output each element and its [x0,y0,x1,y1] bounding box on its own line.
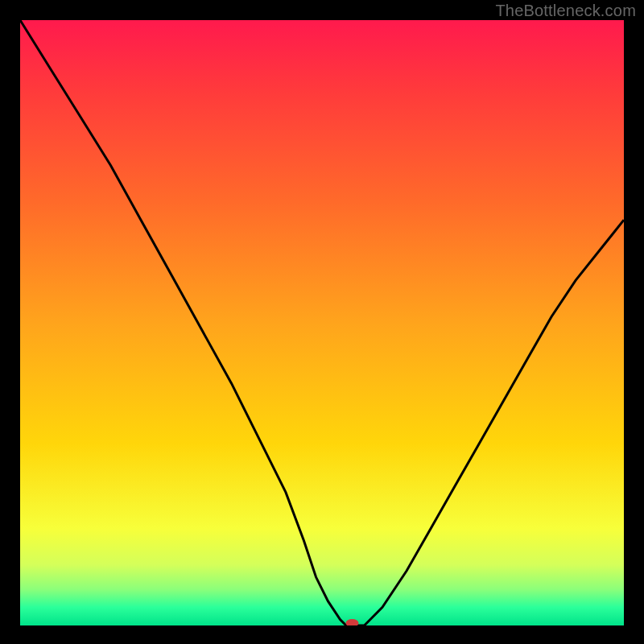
plot-area [20,20,624,625]
chart-svg [20,20,624,625]
chart-frame: TheBottleneck.com [0,0,644,644]
watermark-text: TheBottleneck.com [495,2,636,20]
gradient-background [20,20,624,625]
